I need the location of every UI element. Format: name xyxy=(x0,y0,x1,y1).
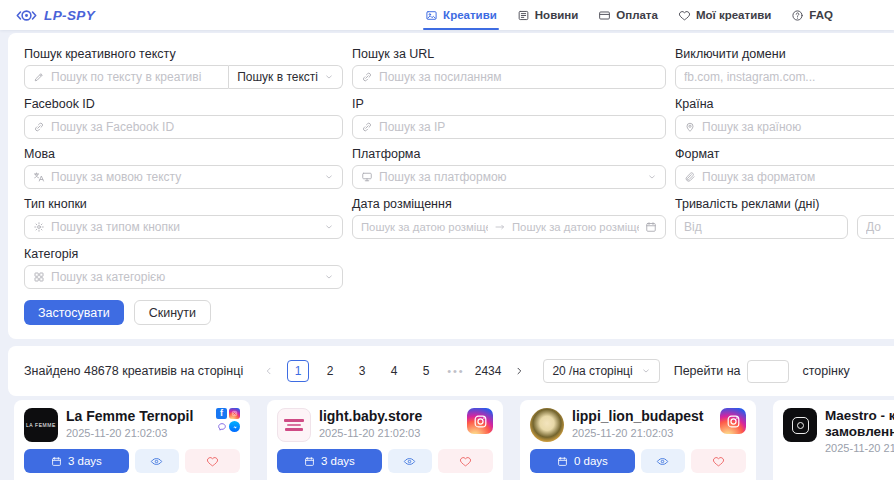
search-mode-select[interactable]: Пошук в тексті xyxy=(229,65,343,89)
paperclip-icon xyxy=(684,171,696,183)
apply-button[interactable]: Застосувати xyxy=(24,300,124,325)
filter-placement-date: Дата розміщення xyxy=(352,197,666,239)
card-date: 2025-11-20 21:02:03 xyxy=(319,427,459,439)
card-title: light.baby.store xyxy=(319,408,459,425)
language-select[interactable] xyxy=(24,165,343,189)
avatar xyxy=(530,408,564,442)
card-date: 2025-11-20 21:02:03 xyxy=(66,427,208,439)
chevron-down-icon xyxy=(324,222,334,232)
duration-from-input[interactable] xyxy=(684,220,839,234)
card-title-line2: замовлення в Ужг xyxy=(825,424,894,440)
creative-card[interactable]: light.baby.store 2025-11-20 21:02:03 3 d… xyxy=(267,400,503,480)
days-active-button[interactable]: 0 days xyxy=(530,449,635,473)
eye-icon xyxy=(150,455,163,468)
card-title: lippi_lion_budapest xyxy=(572,408,712,425)
filter-ip: IP xyxy=(352,97,666,139)
page-number-4[interactable]: 4 xyxy=(383,360,405,382)
platform-select[interactable] xyxy=(352,165,666,189)
pin-icon xyxy=(684,121,696,133)
view-button[interactable] xyxy=(388,449,432,473)
creative-card[interactable]: LA FEMME La Femme Ternopil 2025-11-20 21… xyxy=(14,400,250,480)
format-select[interactable] xyxy=(675,165,894,189)
filter-category: Категорія xyxy=(24,247,343,289)
days-active-button[interactable]: 3 days xyxy=(24,449,129,473)
creative-card[interactable]: Maestro - кухні, ме замовлення в Ужг 202… xyxy=(773,400,894,480)
chevron-down-icon xyxy=(324,72,334,82)
reset-button[interactable]: Скинути xyxy=(134,300,211,325)
link-icon xyxy=(33,121,45,133)
page-number-3[interactable]: 3 xyxy=(351,360,373,382)
date-to-input[interactable] xyxy=(512,221,639,233)
heart-icon xyxy=(678,9,691,22)
days-active-button[interactable]: 3 days xyxy=(277,449,382,473)
logo-text: LP-SPY xyxy=(44,8,95,23)
goto-label: Перейти на xyxy=(674,364,741,378)
creative-card[interactable]: lippi_lion_budapest 2025-11-20 21:02:03 … xyxy=(520,400,756,480)
question-icon xyxy=(791,9,804,22)
page-number-2[interactable]: 2 xyxy=(319,360,341,382)
ip-input[interactable] xyxy=(379,120,657,134)
app-header: LP-SPY Креативи Новини Оплата Мої креати… xyxy=(0,0,894,30)
calendar-icon xyxy=(557,456,568,467)
filter-panel: Пошук креативного тексту Пошук в тексті … xyxy=(8,33,894,339)
tab-creatives[interactable]: Креативи xyxy=(425,0,497,30)
avatar: LA FEMME xyxy=(24,408,58,442)
heart-icon xyxy=(459,455,472,468)
app-logo[interactable]: LP-SPY xyxy=(14,7,95,24)
chevron-down-icon xyxy=(647,172,657,182)
messenger-icon[interactable] xyxy=(229,421,240,432)
category-input[interactable] xyxy=(51,270,318,284)
results-bar: Знайдено 48678 креативів на сторінці 1 2… xyxy=(8,346,894,396)
filter-facebook-id: Facebook ID xyxy=(24,97,343,139)
link-icon xyxy=(361,71,373,83)
instagram-icon[interactable] xyxy=(467,408,493,434)
country-input[interactable] xyxy=(702,120,894,134)
page-next-icon[interactable] xyxy=(513,365,525,377)
filter-creative-text: Пошук креативного тексту Пошук в тексті xyxy=(24,47,343,89)
goto-page-input[interactable] xyxy=(747,360,789,383)
exclude-domains-input[interactable] xyxy=(684,70,894,84)
tab-faq[interactable]: FAQ xyxy=(791,0,833,30)
tab-news[interactable]: Новини xyxy=(517,0,578,30)
view-button[interactable] xyxy=(135,449,179,473)
button-type-select[interactable] xyxy=(24,215,343,239)
page-number-5[interactable]: 5 xyxy=(415,360,437,382)
favorite-button[interactable] xyxy=(691,449,746,473)
creative-text-input[interactable] xyxy=(51,70,220,84)
calendar-icon xyxy=(51,456,62,467)
view-button[interactable] xyxy=(641,449,685,473)
viber-icon[interactable] xyxy=(216,421,227,432)
page-prev-icon[interactable] xyxy=(263,365,275,377)
format-input[interactable] xyxy=(702,170,894,184)
tab-my-creatives[interactable]: Мої креативи xyxy=(678,0,771,30)
platform-input[interactable] xyxy=(379,170,641,184)
url-input[interactable] xyxy=(379,70,657,84)
facebook-icon[interactable] xyxy=(216,408,227,419)
gear-icon xyxy=(33,221,45,233)
link-icon xyxy=(361,121,373,133)
goto-suffix: сторінку xyxy=(803,364,850,378)
page-number-1[interactable]: 1 xyxy=(287,360,309,382)
avatar xyxy=(783,408,817,442)
calendar-icon xyxy=(304,456,315,467)
filter-url: Пошук за URL xyxy=(352,47,666,89)
language-input[interactable] xyxy=(51,170,318,184)
instagram-icon[interactable] xyxy=(229,408,240,419)
translate-icon xyxy=(33,171,45,183)
button-type-input[interactable] xyxy=(51,220,318,234)
per-page-select[interactable]: 20 /на сторінці xyxy=(543,359,659,383)
creative-text-input-box xyxy=(24,65,229,89)
tab-payment[interactable]: Оплата xyxy=(598,0,658,30)
facebook-id-input[interactable] xyxy=(51,120,334,134)
favorite-button[interactable] xyxy=(438,449,493,473)
date-range-picker[interactable] xyxy=(352,215,666,239)
category-select[interactable] xyxy=(24,265,343,289)
favorite-button[interactable] xyxy=(185,449,240,473)
news-icon xyxy=(517,9,530,22)
creatives-list: LA FEMME La Femme Ternopil 2025-11-20 21… xyxy=(8,400,894,480)
image-icon xyxy=(425,9,438,22)
instagram-icon[interactable] xyxy=(720,408,746,434)
date-from-input[interactable] xyxy=(361,221,488,233)
duration-to-input[interactable] xyxy=(866,220,894,234)
page-number-last[interactable]: 2434 xyxy=(475,360,502,382)
